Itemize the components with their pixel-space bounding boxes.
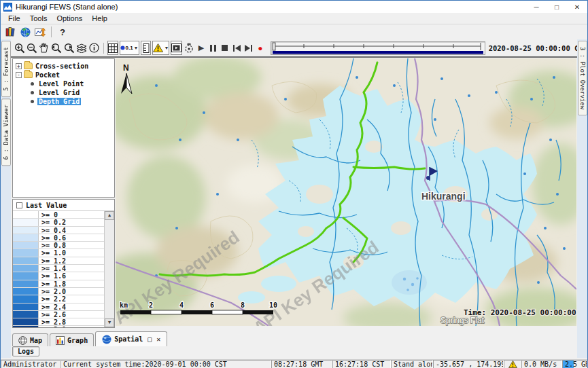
tab-map[interactable]: Map xyxy=(12,333,48,346)
legend-row[interactable]: >= 0.6 xyxy=(13,234,104,242)
collapse-icon[interactable]: - xyxy=(16,72,22,78)
map-time-label: Time: 2020-08-25 00:00:00 CST xyxy=(464,308,576,317)
map-toolbar: 0.1 ▼ ▼ ▶ ● xyxy=(11,39,587,58)
legend-color-swatch xyxy=(13,211,39,218)
status-local-time: 16:27:18 CST xyxy=(332,360,391,368)
movie-player-icon[interactable] xyxy=(171,41,182,55)
svg-text:4: 4 xyxy=(179,301,184,309)
title-bar[interactable]: Hikurangi FEWS (Stand alone) ─ □ ✕ xyxy=(1,1,587,13)
skip-start-icon[interactable] xyxy=(232,41,242,55)
last-value-checkbox[interactable] xyxy=(16,202,22,208)
status-gmt-time: 08:27:18 GMT xyxy=(271,360,332,368)
legend-row[interactable]: >= 2.2 xyxy=(13,295,104,303)
menu-bar: FileToolsOptionsHelp xyxy=(1,13,587,24)
tree-leaf-depth-grid[interactable]: Depth Grid xyxy=(28,97,114,105)
layers-icon[interactable] xyxy=(76,41,87,55)
svg-text:2: 2 xyxy=(149,301,153,309)
time-slider-handle[interactable] xyxy=(273,43,275,50)
scroll-up-icon[interactable]: ▲ xyxy=(105,211,114,220)
legend-threshold-label: >= 1.0 xyxy=(39,249,66,256)
dock-tab-data-viewer[interactable]: 6 : Data Viewer xyxy=(1,98,11,166)
legend-row[interactable]: >= 3.0 xyxy=(13,326,104,327)
tree-leaf-label[interactable]: Depth Grid xyxy=(37,98,81,105)
globe-icon xyxy=(102,335,111,344)
zoom-out-icon[interactable] xyxy=(27,41,37,55)
current-time-label: 2020-08-25 00:00:00 CST xyxy=(489,44,587,52)
status-warning[interactable] xyxy=(504,360,521,368)
tab-restore-icon[interactable]: □ xyxy=(148,335,152,343)
database-icon[interactable] xyxy=(3,25,18,39)
display-chart-icon[interactable] xyxy=(33,25,48,39)
scale-dropdown[interactable]: 0.1 ▼ xyxy=(120,41,139,55)
dock-tab-forecast[interactable]: 5 : Forecast xyxy=(1,41,11,97)
grid-icon[interactable] xyxy=(107,41,118,55)
legend-row[interactable]: >= 0 xyxy=(13,211,104,219)
menu-file[interactable]: File xyxy=(3,14,25,23)
warning-dropdown[interactable]: ▼ xyxy=(152,41,169,55)
legend-header: Last Value xyxy=(13,200,114,211)
status-mode: Stand alone xyxy=(391,360,433,368)
legend-row[interactable]: >= 0.2 xyxy=(13,219,104,226)
legend-row[interactable]: >= 1.8 xyxy=(13,280,104,288)
tree-node-cross-section[interactable]: + Cross-section xyxy=(16,62,114,70)
zoom-in-icon[interactable] xyxy=(14,41,25,55)
help-icon[interactable]: ? xyxy=(55,25,70,39)
tree-node-pocket[interactable]: - Pocket xyxy=(16,71,114,79)
ruler-icon[interactable] xyxy=(141,41,152,55)
toolbar-separator xyxy=(103,43,104,54)
legend-scrollbar[interactable]: ▲ ▼ xyxy=(104,211,114,327)
legend-row[interactable]: >= 1.2 xyxy=(13,257,104,265)
tree-node-label[interactable]: Cross-section xyxy=(35,62,88,70)
maximize-icon[interactable]: □ xyxy=(547,1,567,13)
tree-node-label[interactable]: Pocket xyxy=(35,71,60,79)
minimize-icon[interactable]: ─ xyxy=(526,1,547,13)
legend-color-swatch xyxy=(13,227,39,234)
folder-icon xyxy=(24,62,33,69)
expand-icon[interactable]: + xyxy=(16,63,22,69)
menu-options[interactable]: Options xyxy=(52,14,87,23)
pan-hand-icon[interactable] xyxy=(39,41,49,55)
menu-help[interactable]: Help xyxy=(87,14,112,23)
zoom-previous-icon[interactable] xyxy=(50,41,62,55)
tab-graph[interactable]: Graph xyxy=(50,333,94,346)
play-icon[interactable]: ▶ xyxy=(196,41,206,55)
zoom-next-icon[interactable] xyxy=(63,41,75,55)
tree-leaf-label[interactable]: Level Point xyxy=(37,80,85,88)
pause-icon[interactable] xyxy=(208,41,218,55)
legend-row[interactable]: >= 2.6 xyxy=(13,311,104,318)
time-slider[interactable] xyxy=(271,41,485,55)
bottom-tab-bar: Map Graph Spatial □ ✕ xyxy=(12,331,167,346)
window-title: Hikurangi FEWS (Stand alone) xyxy=(16,3,118,11)
tab-close-icon[interactable]: ✕ xyxy=(156,335,160,343)
tree-leaf-level-point[interactable]: Level Point xyxy=(28,79,114,88)
tab-label: Spatial xyxy=(114,335,143,343)
legend-row[interactable]: >= 1.0 xyxy=(13,249,104,257)
legend-row[interactable]: >= 2.0 xyxy=(13,288,104,295)
legend-threshold-label: >= 1.6 xyxy=(39,272,66,279)
info-icon[interactable] xyxy=(88,41,99,55)
close-icon[interactable]: ✕ xyxy=(567,1,587,13)
menu-tools[interactable]: Tools xyxy=(25,14,52,23)
legend-threshold-label: >= 2.2 xyxy=(39,295,66,302)
animation-settings-icon[interactable] xyxy=(184,41,194,55)
skip-end-icon[interactable] xyxy=(243,41,254,55)
legend-color-swatch xyxy=(13,257,39,264)
legend-row[interactable]: >= 1.6 xyxy=(13,272,104,280)
record-icon[interactable]: ● xyxy=(255,41,265,55)
legend-row[interactable]: >= 0.4 xyxy=(13,227,104,234)
logs-button[interactable]: Logs xyxy=(12,346,39,356)
legend-row[interactable]: >= 2.4 xyxy=(13,303,104,311)
legend-row[interactable]: >= 2.8 xyxy=(13,318,104,326)
tree-leaf-level-grid[interactable]: Level Grid xyxy=(28,88,114,96)
legend-row[interactable]: >= 1.4 xyxy=(13,265,104,272)
legend-color-swatch xyxy=(13,303,39,310)
dock-tab-plot-overview[interactable]: 3 : Plot Overview xyxy=(578,41,587,115)
map-view[interactable]: API Key Required API Key Required Hikura… xyxy=(116,58,576,326)
tab-spatial[interactable]: Spatial □ ✕ xyxy=(95,331,167,346)
stop-icon[interactable] xyxy=(220,41,230,55)
globe-icon[interactable] xyxy=(18,25,33,39)
legend-row[interactable]: >= 0.8 xyxy=(13,242,104,249)
tree-leaf-label[interactable]: Level Grid xyxy=(37,89,81,96)
scroll-down-icon[interactable]: ▼ xyxy=(105,318,114,327)
legend-threshold-label: >= 2.4 xyxy=(39,303,66,310)
